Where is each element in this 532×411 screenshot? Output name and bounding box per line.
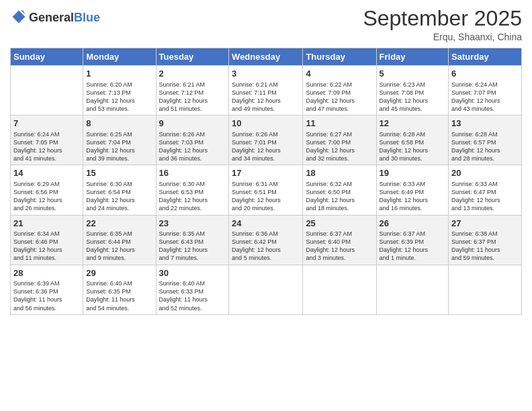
- table-row: 20Sunrise: 6:33 AM Sunset: 6:47 PM Dayli…: [449, 165, 522, 215]
- table-row: 9Sunrise: 6:26 AM Sunset: 7:03 PM Daylig…: [156, 116, 229, 165]
- day-number: 14: [13, 167, 80, 179]
- day-number: 18: [306, 167, 373, 179]
- day-number: 24: [232, 218, 300, 230]
- table-row: 25Sunrise: 6:37 AM Sunset: 6:40 PM Dayli…: [303, 215, 376, 265]
- day-info: Sunrise: 6:23 AM Sunset: 7:08 PM Dayligh…: [380, 81, 446, 113]
- calendar-header-row: Sunday Monday Tuesday Wednesday Thursday…: [11, 48, 522, 66]
- calendar-week-row: 21Sunrise: 6:34 AM Sunset: 6:46 PM Dayli…: [11, 215, 522, 265]
- table-row: 2Sunrise: 6:21 AM Sunset: 7:12 PM Daylig…: [156, 66, 229, 116]
- table-row: 24Sunrise: 6:36 AM Sunset: 6:42 PM Dayli…: [229, 215, 303, 265]
- calendar-week-row: 1Sunrise: 6:20 AM Sunset: 7:13 PM Daylig…: [11, 66, 522, 116]
- day-number: 1: [86, 68, 152, 80]
- day-info: Sunrise: 6:25 AM Sunset: 7:04 PM Dayligh…: [86, 130, 152, 163]
- day-info: Sunrise: 6:22 AM Sunset: 7:09 PM Dayligh…: [306, 81, 373, 113]
- table-row: 27Sunrise: 6:38 AM Sunset: 6:37 PM Dayli…: [449, 215, 522, 265]
- calendar-week-row: 14Sunrise: 6:29 AM Sunset: 6:56 PM Dayli…: [11, 165, 522, 215]
- day-info: Sunrise: 6:28 AM Sunset: 6:57 PM Dayligh…: [451, 130, 519, 163]
- day-info: Sunrise: 6:30 AM Sunset: 6:54 PM Dayligh…: [86, 180, 152, 213]
- day-info: Sunrise: 6:30 AM Sunset: 6:53 PM Dayligh…: [159, 180, 226, 213]
- day-info: Sunrise: 6:40 AM Sunset: 6:33 PM Dayligh…: [159, 279, 226, 312]
- day-info: Sunrise: 6:39 AM Sunset: 6:36 PM Dayligh…: [13, 279, 80, 312]
- table-row: [376, 265, 449, 314]
- table-row: 26Sunrise: 6:37 AM Sunset: 6:39 PM Dayli…: [376, 215, 449, 265]
- col-friday: Friday: [376, 48, 449, 66]
- table-row: 13Sunrise: 6:28 AM Sunset: 6:57 PM Dayli…: [449, 116, 522, 165]
- table-row: 23Sunrise: 6:35 AM Sunset: 6:43 PM Dayli…: [156, 215, 229, 265]
- day-info: Sunrise: 6:20 AM Sunset: 7:13 PM Dayligh…: [86, 81, 152, 113]
- day-info: Sunrise: 6:28 AM Sunset: 6:58 PM Dayligh…: [380, 130, 446, 163]
- table-row: 18Sunrise: 6:32 AM Sunset: 6:50 PM Dayli…: [303, 165, 376, 215]
- day-number: 16: [159, 167, 226, 179]
- day-info: Sunrise: 6:33 AM Sunset: 6:49 PM Dayligh…: [380, 180, 446, 213]
- col-wednesday: Wednesday: [229, 48, 303, 66]
- table-row: [229, 265, 303, 314]
- title-block: September 2025 Erqu, Shaanxi, China: [363, 7, 522, 42]
- day-info: Sunrise: 6:34 AM Sunset: 6:46 PM Dayligh…: [13, 230, 80, 263]
- day-info: Sunrise: 6:26 AM Sunset: 7:01 PM Dayligh…: [232, 130, 300, 163]
- day-number: 25: [306, 218, 373, 230]
- day-info: Sunrise: 6:37 AM Sunset: 6:40 PM Dayligh…: [306, 230, 373, 263]
- logo: GeneralBlue: [10, 9, 100, 27]
- table-row: 21Sunrise: 6:34 AM Sunset: 6:46 PM Dayli…: [11, 215, 83, 265]
- day-info: Sunrise: 6:27 AM Sunset: 7:00 PM Dayligh…: [306, 130, 373, 163]
- day-number: 29: [86, 267, 152, 279]
- day-info: Sunrise: 6:33 AM Sunset: 6:47 PM Dayligh…: [451, 180, 519, 213]
- day-info: Sunrise: 6:36 AM Sunset: 6:42 PM Dayligh…: [232, 230, 300, 263]
- table-row: 1Sunrise: 6:20 AM Sunset: 7:13 PM Daylig…: [83, 66, 156, 116]
- day-number: 30: [159, 267, 226, 279]
- day-number: 13: [451, 118, 519, 130]
- day-number: 4: [306, 68, 373, 80]
- page-header: GeneralBlue September 2025 Erqu, Shaanxi…: [10, 7, 522, 42]
- table-row: 6Sunrise: 6:24 AM Sunset: 7:07 PM Daylig…: [449, 66, 522, 116]
- table-row: 5Sunrise: 6:23 AM Sunset: 7:08 PM Daylig…: [376, 66, 449, 116]
- day-info: Sunrise: 6:35 AM Sunset: 6:44 PM Dayligh…: [86, 230, 152, 263]
- table-row: 10Sunrise: 6:26 AM Sunset: 7:01 PM Dayli…: [229, 116, 303, 165]
- day-info: Sunrise: 6:38 AM Sunset: 6:37 PM Dayligh…: [451, 230, 519, 263]
- table-row: 29Sunrise: 6:40 AM Sunset: 6:35 PM Dayli…: [83, 265, 156, 314]
- day-info: Sunrise: 6:35 AM Sunset: 6:43 PM Dayligh…: [159, 230, 226, 263]
- calendar-table: Sunday Monday Tuesday Wednesday Thursday…: [10, 48, 522, 315]
- day-info: Sunrise: 6:32 AM Sunset: 6:50 PM Dayligh…: [306, 180, 373, 213]
- location-subtitle: Erqu, Shaanxi, China: [363, 32, 522, 42]
- col-tuesday: Tuesday: [156, 48, 229, 66]
- table-row: 19Sunrise: 6:33 AM Sunset: 6:49 PM Dayli…: [376, 165, 449, 215]
- day-number: 6: [451, 68, 519, 80]
- day-number: 11: [306, 118, 373, 130]
- day-number: 22: [86, 218, 152, 230]
- day-number: 21: [13, 218, 80, 230]
- col-thursday: Thursday: [303, 48, 376, 66]
- day-number: 2: [159, 68, 226, 80]
- day-info: Sunrise: 6:26 AM Sunset: 7:03 PM Dayligh…: [159, 130, 226, 163]
- table-row: 28Sunrise: 6:39 AM Sunset: 6:36 PM Dayli…: [11, 265, 83, 314]
- day-number: 27: [451, 218, 519, 230]
- calendar-week-row: 7Sunrise: 6:24 AM Sunset: 7:05 PM Daylig…: [11, 116, 522, 165]
- table-row: [11, 66, 83, 116]
- day-info: Sunrise: 6:21 AM Sunset: 7:11 PM Dayligh…: [232, 81, 300, 113]
- month-title: September 2025: [363, 7, 522, 30]
- day-number: 17: [232, 167, 300, 179]
- day-number: 9: [159, 118, 226, 130]
- day-number: 8: [86, 118, 152, 130]
- day-number: 12: [380, 118, 446, 130]
- table-row: 15Sunrise: 6:30 AM Sunset: 6:54 PM Dayli…: [83, 165, 156, 215]
- day-info: Sunrise: 6:31 AM Sunset: 6:51 PM Dayligh…: [232, 180, 300, 213]
- day-number: 19: [380, 167, 446, 179]
- day-info: Sunrise: 6:24 AM Sunset: 7:07 PM Dayligh…: [451, 81, 519, 113]
- day-number: 28: [13, 267, 80, 279]
- table-row: 14Sunrise: 6:29 AM Sunset: 6:56 PM Dayli…: [11, 165, 83, 215]
- day-number: 5: [380, 68, 446, 80]
- calendar-week-row: 28Sunrise: 6:39 AM Sunset: 6:36 PM Dayli…: [11, 265, 522, 314]
- day-number: 20: [451, 167, 519, 179]
- day-info: Sunrise: 6:29 AM Sunset: 6:56 PM Dayligh…: [13, 180, 80, 213]
- day-number: 15: [86, 167, 152, 179]
- day-info: Sunrise: 6:24 AM Sunset: 7:05 PM Dayligh…: [13, 130, 80, 163]
- table-row: 16Sunrise: 6:30 AM Sunset: 6:53 PM Dayli…: [156, 165, 229, 215]
- table-row: 4Sunrise: 6:22 AM Sunset: 7:09 PM Daylig…: [303, 66, 376, 116]
- day-info: Sunrise: 6:37 AM Sunset: 6:39 PM Dayligh…: [380, 230, 446, 263]
- day-number: 10: [232, 118, 300, 130]
- table-row: [449, 265, 522, 314]
- col-monday: Monday: [83, 48, 156, 66]
- table-row: 11Sunrise: 6:27 AM Sunset: 7:00 PM Dayli…: [303, 116, 376, 165]
- table-row: 12Sunrise: 6:28 AM Sunset: 6:58 PM Dayli…: [376, 116, 449, 165]
- day-number: 7: [13, 118, 80, 130]
